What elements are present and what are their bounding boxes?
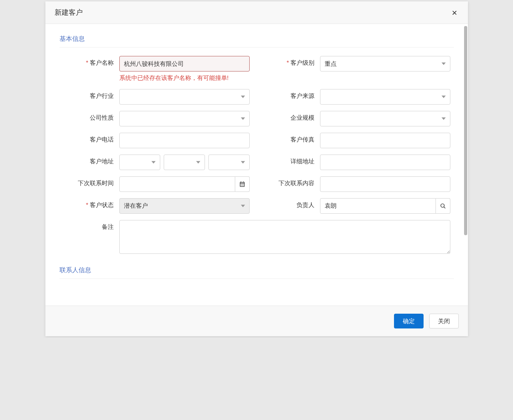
svg-point-0: [441, 204, 444, 207]
label-remark: 备注: [63, 220, 119, 231]
chevron-down-icon: [241, 117, 245, 120]
chevron-down-icon: [442, 63, 446, 65]
section-contact-info: 联系人信息: [60, 266, 454, 279]
select-customer-level[interactable]: 重点: [320, 56, 450, 71]
confirm-button[interactable]: 确定: [394, 314, 424, 328]
calendar-icon: [239, 181, 245, 187]
cancel-button[interactable]: 关闭: [429, 314, 459, 328]
select-company-scale[interactable]: [320, 111, 450, 126]
row-customer-fax: 客户传真: [264, 133, 450, 148]
row-customer-status: *客户状态 潜在客户: [63, 198, 250, 214]
input-detail-address[interactable]: [320, 155, 450, 170]
label-customer-phone: 客户电话: [63, 133, 119, 144]
row-owner: 负责人: [264, 198, 450, 214]
label-owner: 负责人: [264, 198, 320, 209]
owner-search-button[interactable]: [436, 198, 450, 214]
input-next-contact-time[interactable]: [119, 176, 235, 192]
row-customer-phone: 客户电话: [63, 133, 250, 148]
row-detail-address: 详细地址: [264, 155, 450, 170]
label-detail-address: 详细地址: [264, 155, 320, 165]
select-company-nature[interactable]: [119, 111, 250, 126]
chevron-down-icon: [241, 161, 245, 163]
row-remark: 备注: [63, 220, 450, 255]
modal-footer: 确定 关闭: [45, 306, 468, 336]
chevron-down-icon: [241, 95, 245, 98]
basic-info-form: *客户名称 系统中已经存在该客户名称，有可能撞单! *客户级别 重点 客户行业: [60, 56, 454, 255]
svg-line-1: [444, 207, 445, 208]
modal-title: 新建客户: [55, 8, 83, 17]
search-icon: [440, 203, 446, 209]
select-city[interactable]: [164, 155, 205, 170]
label-customer-industry: 客户行业: [63, 89, 119, 100]
chevron-down-icon: [442, 117, 446, 120]
select-customer-status[interactable]: 潜在客户: [119, 198, 250, 214]
row-customer-source: 客户来源: [264, 89, 450, 105]
chevron-down-icon: [442, 95, 446, 98]
row-next-contact-time: 下次联系时间: [63, 176, 250, 192]
select-customer-industry[interactable]: [119, 89, 250, 105]
row-customer-level: *客户级别 重点: [264, 56, 450, 83]
input-customer-fax[interactable]: [320, 133, 450, 148]
input-owner[interactable]: [320, 198, 436, 214]
chevron-down-icon: [196, 161, 200, 163]
select-customer-source[interactable]: [320, 89, 450, 105]
scrollbar-thumb[interactable]: [464, 26, 467, 235]
label-customer-level: *客户级别: [264, 56, 320, 67]
label-company-nature: 公司性质: [63, 111, 119, 122]
label-next-contact-time: 下次联系时间: [63, 176, 119, 187]
input-customer-name[interactable]: [119, 56, 250, 71]
row-customer-industry: 客户行业: [63, 89, 250, 105]
select-province[interactable]: [119, 155, 161, 170]
label-customer-source: 客户来源: [264, 89, 320, 100]
section-basic-info: 基本信息: [60, 35, 454, 48]
row-customer-address: 客户地址: [63, 155, 250, 170]
modal-new-customer: 新建客户 × 基本信息 *客户名称 系统中已经存在该客户名称，有可能撞单! *客…: [45, 1, 468, 336]
row-company-scale: 企业规模: [264, 111, 450, 126]
label-customer-address: 客户地址: [63, 155, 119, 165]
label-customer-name: *客户名称: [63, 56, 119, 67]
calendar-button[interactable]: [235, 176, 250, 192]
chevron-down-icon: [151, 161, 156, 163]
row-customer-name: *客户名称 系统中已经存在该客户名称，有可能撞单!: [63, 56, 250, 83]
error-customer-name: 系统中已经存在该客户名称，有可能撞单!: [119, 74, 250, 83]
input-next-contact-content[interactable]: [320, 176, 450, 192]
modal-body: 基本信息 *客户名称 系统中已经存在该客户名称，有可能撞单! *客户级别 重点: [45, 24, 468, 306]
row-company-nature: 公司性质: [63, 111, 250, 126]
select-district[interactable]: [208, 155, 250, 170]
close-icon[interactable]: ×: [450, 8, 458, 17]
label-customer-fax: 客户传真: [264, 133, 320, 144]
textarea-remark[interactable]: [119, 220, 450, 254]
label-next-contact-content: 下次联系内容: [264, 176, 320, 187]
modal-header: 新建客户 ×: [45, 1, 468, 24]
input-customer-phone[interactable]: [119, 133, 250, 148]
chevron-down-icon: [241, 205, 245, 207]
row-next-contact-content: 下次联系内容: [264, 176, 450, 192]
label-customer-status: *客户状态: [63, 198, 119, 209]
label-company-scale: 企业规模: [264, 111, 320, 122]
